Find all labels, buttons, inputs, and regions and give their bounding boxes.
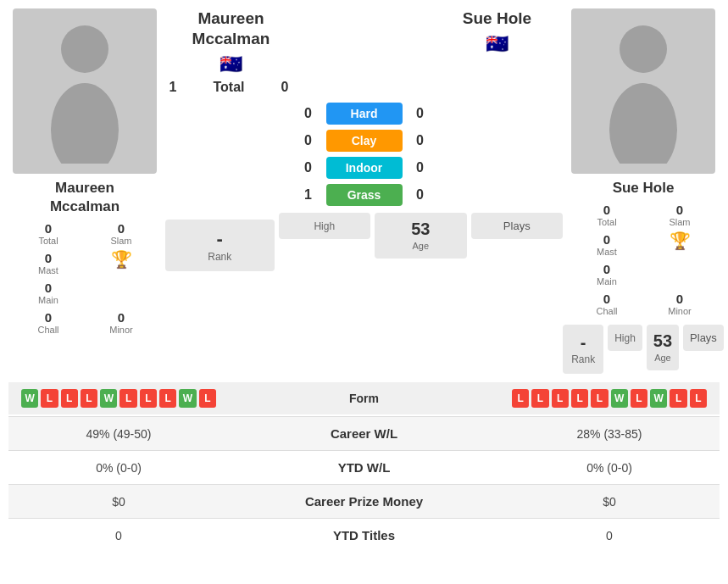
indoor-right-score: 0 xyxy=(413,160,428,175)
grass-right-score: 0 xyxy=(413,187,428,203)
clay-button[interactable]: Clay xyxy=(326,130,403,152)
left-high-val: High xyxy=(314,220,335,232)
grass-left-score: 1 xyxy=(301,187,316,203)
surface-section: 0 Hard 0 0 Clay 0 0 Indoor 0 1 Grass xyxy=(165,103,563,206)
left-avatar-silhouette xyxy=(42,19,127,164)
right-form-9: L xyxy=(670,389,686,408)
left-form-2: L xyxy=(41,389,58,408)
left-form-badges: W L L L W L L L W L xyxy=(21,389,216,408)
prize-label: Career Prize Money xyxy=(216,494,512,509)
total-left-score: 1 xyxy=(165,80,181,95)
hard-row: 0 Hard 0 xyxy=(301,103,428,125)
page-wrapper: MaureenMccalman 0 Total 0 Slam 0 Mast 🏆 xyxy=(0,0,728,560)
svg-point-0 xyxy=(61,25,108,73)
grass-button[interactable]: Grass xyxy=(326,184,403,206)
clay-left-score: 0 xyxy=(301,133,316,148)
svg-point-1 xyxy=(51,83,119,164)
center-area: MaureenMccalman 🇦🇺 Sue Hole 🇦🇺 1 Total 0 xyxy=(165,8,563,374)
left-chall: 0 Chall xyxy=(13,309,84,336)
right-form-10: L xyxy=(690,389,707,408)
left-slam: 0 Slam xyxy=(86,220,157,248)
ytd-wl-row: 0% (0-0) YTD W/L 0% (0-0) xyxy=(8,450,720,484)
right-name-block: Sue Hole 🇦🇺 xyxy=(431,8,563,55)
ytd-wl-label: YTD W/L xyxy=(216,460,512,475)
right-avatar-silhouette xyxy=(601,19,686,164)
ytd-titles-right: 0 xyxy=(512,529,707,542)
left-rank-lbl: Rank xyxy=(208,251,231,263)
right-player-name: Sue Hole xyxy=(613,179,675,197)
indoor-row: 0 Indoor 0 xyxy=(301,157,428,179)
left-plays-val: Plays xyxy=(503,220,531,232)
right-player: Sue Hole 0 Total 0 Slam 0 Mast 🏆 xyxy=(567,8,720,374)
right-player-heading: Sue Hole xyxy=(463,8,531,29)
ytd-wl-left: 0% (0-0) xyxy=(21,461,216,475)
career-wl-left: 49% (49-50) xyxy=(21,427,216,441)
ytd-titles-label: YTD Titles xyxy=(216,528,512,542)
svg-point-2 xyxy=(620,25,667,73)
grass-row: 1 Grass 0 xyxy=(301,184,428,206)
right-form-6: W xyxy=(611,389,628,408)
prize-row: $0 Career Prize Money $0 xyxy=(8,484,720,518)
prize-left: $0 xyxy=(21,495,216,509)
left-age-val: 53 xyxy=(411,220,430,238)
left-form-5: W xyxy=(100,389,117,408)
left-main: 0 Main xyxy=(13,279,84,307)
right-rank-card: - Rank xyxy=(563,325,603,374)
left-form-1: W xyxy=(21,389,38,408)
clay-row: 0 Clay 0 xyxy=(301,130,428,152)
hard-button[interactable]: Hard xyxy=(326,103,403,125)
left-name-block: MaureenMccalman 🇦🇺 xyxy=(165,8,297,75)
left-age-lbl: Age xyxy=(412,241,429,251)
trophy-icon-right: 🏆 xyxy=(644,231,715,259)
prize-right: $0 xyxy=(512,495,707,509)
left-high-card: High xyxy=(279,213,371,239)
total-row: 1 Total 0 xyxy=(165,80,563,95)
right-form-8: W xyxy=(650,389,667,408)
hard-right-score: 0 xyxy=(413,106,428,121)
right-flag: 🇦🇺 xyxy=(486,33,508,55)
right-chall: 0 Chall xyxy=(571,290,642,318)
left-rank-val: - xyxy=(174,228,266,250)
right-player-avatar xyxy=(571,8,715,174)
left-form-8: L xyxy=(159,389,176,408)
bottom-section: W L L L W L L L W L Form L L L L L W L W xyxy=(0,378,728,560)
left-form-10: L xyxy=(199,389,216,408)
left-mast: 0 Mast xyxy=(13,249,84,277)
left-rank-card: - Rank xyxy=(165,220,275,271)
left-form-6: L xyxy=(119,389,136,408)
hero-section: MaureenMccalman 0 Total 0 Slam 0 Mast 🏆 xyxy=(0,0,728,378)
ytd-titles-row: 0 YTD Titles 0 xyxy=(8,518,720,552)
ytd-titles-left: 0 xyxy=(21,529,216,542)
right-form-3: L xyxy=(552,389,569,408)
right-form-4: L xyxy=(571,389,588,408)
clay-right-score: 0 xyxy=(413,133,428,148)
right-form-2: L xyxy=(531,389,548,408)
left-player: MaureenMccalman 0 Total 0 Slam 0 Mast 🏆 xyxy=(8,8,161,374)
left-player-avatar xyxy=(13,8,157,174)
left-player-heading: MaureenMccalman xyxy=(192,8,270,49)
left-form-7: L xyxy=(140,389,157,408)
right-cards-row: - Rank High 53 Age Plays xyxy=(563,325,724,374)
right-plays-card: Plays xyxy=(683,325,724,351)
right-high-card: High xyxy=(608,325,642,351)
indoor-button[interactable]: Indoor xyxy=(326,157,403,179)
left-total: 0 Total xyxy=(13,220,84,248)
form-label: Form xyxy=(216,392,512,405)
right-mast: 0 Mast xyxy=(571,231,642,259)
career-wl-label: Career W/L xyxy=(216,426,512,441)
left-minor: 0 Minor xyxy=(86,309,157,336)
right-slam: 0 Slam xyxy=(644,201,715,229)
left-player-stats: 0 Total 0 Slam 0 Mast 🏆 0 Main xyxy=(13,220,157,336)
right-main: 0 Main xyxy=(571,260,642,288)
right-form-badges: L L L L L W L W L L xyxy=(512,389,707,408)
left-form-4: L xyxy=(81,389,97,408)
total-right-score: 0 xyxy=(277,80,292,95)
cards-row: - Rank High 53 Age Plays xyxy=(165,213,563,271)
right-total: 0 Total xyxy=(571,201,642,229)
hard-left-score: 0 xyxy=(301,106,316,121)
left-plays-card: Plays xyxy=(471,213,564,239)
indoor-left-score: 0 xyxy=(301,160,316,175)
career-wl-right: 28% (33-85) xyxy=(512,427,707,441)
left-form-3: L xyxy=(61,389,78,408)
right-player-stats: 0 Total 0 Slam 0 Mast 🏆 0 Main xyxy=(571,201,715,318)
